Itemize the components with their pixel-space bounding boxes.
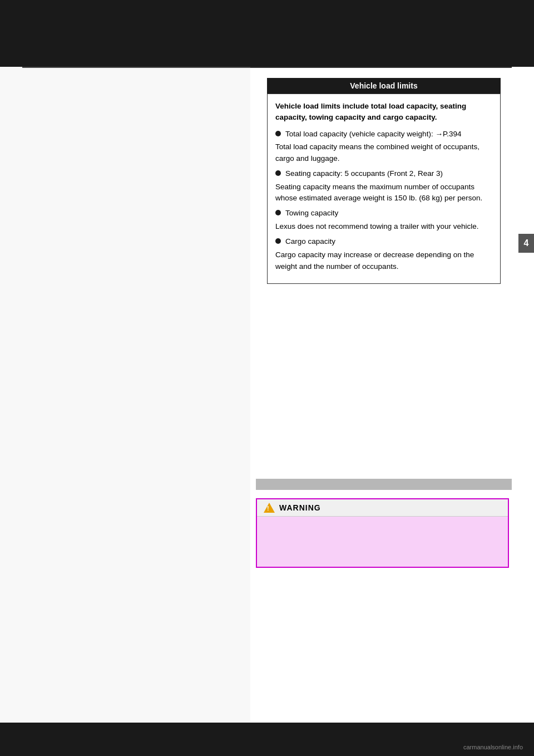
bullet-2-text: Seating capacity: 5 occupants (Front 2, … [285, 169, 443, 179]
bullet-dot-2 [275, 170, 281, 176]
bottom-content-bar [256, 479, 512, 490]
bullet-4-text: Cargo capacity [285, 237, 335, 247]
bullet-item-2: Seating capacity: 5 occupants (Front 2, … [275, 169, 492, 179]
bottom-border [0, 723, 534, 756]
paragraph-4: Cargo capacity may increase or decrease … [275, 249, 492, 272]
warning-triangle-icon [264, 503, 275, 513]
bullet-dot-3 [275, 210, 281, 215]
bullet-item-4: Cargo capacity [275, 237, 492, 247]
paragraph-3: Lexus does not recommend towing a traile… [275, 221, 492, 232]
paragraph-1: Total load capacity means the combined w… [275, 141, 492, 164]
info-box: Vehicle load limits include total load c… [267, 94, 501, 284]
warning-label: WARNING [279, 503, 321, 512]
paragraph-2: Seating capacity means the maximum numbe… [275, 181, 492, 204]
bullet-item-1: Total load capacity (vehicle capacity we… [275, 129, 492, 140]
bullet-1-text: Total load capacity (vehicle capacity we… [285, 129, 461, 140]
section-header: Vehicle load limits [267, 78, 501, 94]
bullet-item-3: Towing capacity [275, 208, 492, 219]
bullet-dot-4 [275, 238, 281, 244]
bullet-dot-1 [275, 131, 281, 136]
section-header-title: Vehicle load limits [350, 81, 417, 90]
page: Vehicle load limits Vehicle load limits … [0, 0, 534, 756]
right-panel: Vehicle load limits Vehicle load limits … [256, 72, 512, 293]
footer-watermark: carmanualsonline.info [463, 744, 523, 750]
top-border [0, 0, 534, 67]
bullet-3-text: Towing capacity [285, 208, 338, 219]
side-tab-number: 4 [518, 234, 534, 253]
warning-header: WARNING [257, 499, 508, 517]
warning-box: WARNING [256, 498, 509, 568]
left-page-area [0, 67, 250, 724]
warning-content [257, 517, 508, 567]
intro-bold-text: Vehicle load limits include total load c… [275, 101, 492, 124]
